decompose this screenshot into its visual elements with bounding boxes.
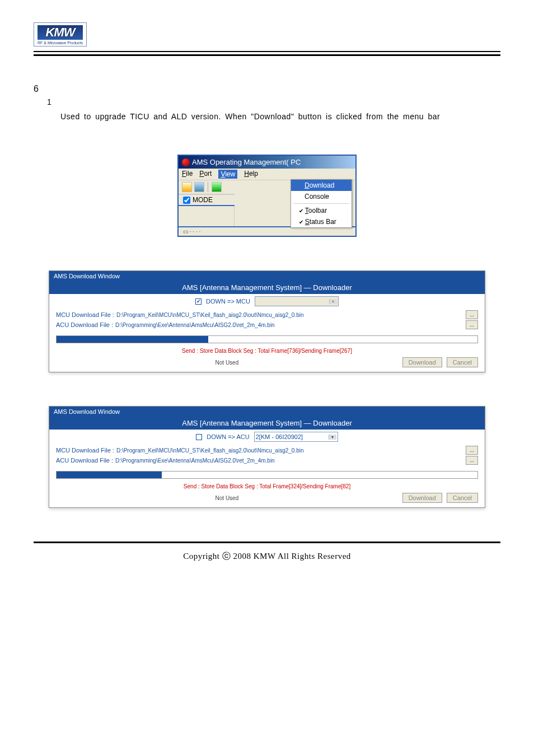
footer-rule: [34, 542, 500, 543]
dropdown-separator: [293, 203, 349, 204]
mode-label-acu: DOWN => ACU: [207, 433, 249, 440]
dlw-titlebar-2: AMS Download Window: [49, 407, 485, 417]
acu-browse-button-2[interactable]: ...: [466, 456, 478, 465]
header-rule-thick: [34, 54, 500, 56]
mcu-browse-button[interactable]: ...: [466, 310, 478, 319]
not-used-label: Not Used: [56, 360, 398, 366]
download-button[interactable]: Download: [402, 357, 442, 367]
menu-view[interactable]: View: [218, 170, 237, 179]
mode-checkbox[interactable]: [183, 197, 190, 204]
document-page: KMW RF & Microwave Products 6 1 Used to …: [0, 0, 534, 601]
mode-checkbox-mcu[interactable]: ✔: [195, 298, 202, 305]
status-text-acu: Send : Store Data Block Seg : Total Fram…: [49, 482, 485, 491]
mcu-browse-button-2[interactable]: ...: [466, 446, 478, 455]
chevron-down-icon: ▾: [329, 435, 336, 440]
mode-label: MODE: [193, 196, 213, 204]
target-select-value: 2[KM - 06I20902]: [256, 433, 303, 440]
dlw-mode-row: ✔ DOWN => MCU ▾: [49, 294, 485, 310]
mode-checkbox-acu[interactable]: [196, 434, 202, 440]
brand-tagline: RF & Microwave Products: [38, 41, 83, 45]
mode-row: MODE: [179, 194, 235, 206]
target-select-disabled: ▾: [255, 296, 339, 306]
dlw-files: MCU Download File : D:\Program_Keil\MCU\…: [49, 310, 485, 332]
download-button-2[interactable]: Download: [402, 493, 442, 503]
mode-label-mcu: DOWN => MCU: [206, 298, 250, 305]
mcu-file-label-2: MCU Download File :: [56, 447, 114, 454]
dlw-mode-row-2: DOWN => ACU 2[KM - 06I20902]▾: [49, 430, 485, 445]
dropdown-statusbar[interactable]: Status Bar: [291, 216, 352, 227]
window-title-bar: AMS Operating Management( PC: [179, 156, 355, 169]
download-window-mcu: AMS Download Window AMS [Antenna Managem…: [49, 270, 485, 372]
menu-help[interactable]: Help: [244, 170, 258, 179]
copyright-footer: Copyright ⓒ 2008 KMW All Rights Reserved: [34, 545, 500, 578]
toolbar-save-icon[interactable]: [194, 182, 204, 192]
acu-browse-button[interactable]: ...: [466, 320, 478, 329]
brand-logo: KMW RF & Microwave Products: [34, 22, 87, 46]
ams-app-window: AMS Operating Management( PC File Port V…: [177, 155, 357, 237]
brand-name: KMW: [38, 25, 83, 40]
progress-bar-mcu: [56, 335, 478, 343]
progress-bar-acu: [56, 471, 478, 479]
view-dropdown: Download Console Toolbar Status Bar: [291, 179, 352, 228]
header-logo-area: KMW RF & Microwave Products: [34, 22, 500, 46]
toolbar-open-icon[interactable]: [182, 182, 192, 192]
dropdown-toolbar[interactable]: Toolbar: [291, 205, 352, 216]
status-text-mcu: Send : Store Data Block Seg : Total Fram…: [49, 347, 485, 355]
dlw-titlebar: AMS Download Window: [49, 271, 485, 281]
menu-bar: File Port View Help: [179, 169, 355, 180]
dlw-files-2: MCU Download File : D:\Program_Keil\MCU\…: [49, 445, 485, 468]
menu-file[interactable]: File: [182, 170, 193, 179]
app-icon: [182, 158, 190, 166]
toolbar: [179, 180, 235, 194]
menu-port[interactable]: Port: [199, 170, 212, 179]
progress-fill-acu: [57, 472, 162, 478]
subsection-number: 1: [47, 97, 500, 106]
not-used-label-2: Not Used: [56, 495, 398, 501]
header-rule-thin: [34, 51, 500, 52]
dropdown-download[interactable]: Download: [291, 180, 352, 191]
acu-file-label: ACU Download File :: [56, 321, 113, 328]
section-description: Used to upgrade TICU and ALD version. Wh…: [60, 112, 500, 121]
dlw-bottom-row: Not Used Download Cancel: [49, 355, 485, 372]
dlw-bottom-row-2: Not Used Download Cancel: [49, 491, 485, 507]
cancel-button-2[interactable]: Cancel: [447, 493, 478, 503]
acu-file-path: D:\Programming\Exe\Antenna\AmsMcu\AISG2.…: [115, 322, 463, 328]
dlw-subtitle: AMS [Antenna Management System] — Downlo…: [49, 281, 485, 294]
progress-fill-mcu: [57, 336, 208, 343]
chevron-down-icon: ▾: [329, 299, 337, 304]
dlw-subtitle-2: AMS [Antenna Management System] — Downlo…: [49, 417, 485, 430]
window-title: AMS Operating Management( PC: [192, 158, 301, 166]
mcu-file-label: MCU Download File :: [56, 311, 114, 318]
download-window-acu: AMS Download Window AMS [Antenna Managem…: [49, 406, 485, 508]
toolbar-separator: [208, 182, 208, 192]
mcu-file-path-2: D:\Program_Keil\MCU\nMCU_ST\Keil_flash_a…: [116, 447, 463, 454]
cancel-button[interactable]: Cancel: [447, 357, 478, 367]
mcu-file-path: D:\Program_Keil\MCU\nMCU_ST\Keil_flash_a…: [116, 312, 463, 318]
toolbar-port-icon[interactable]: [212, 182, 222, 192]
target-select[interactable]: 2[KM - 06I20902]▾: [254, 432, 338, 442]
dropdown-console[interactable]: Console: [291, 191, 352, 202]
section-number: 6: [34, 84, 500, 94]
acu-file-path-2: D:\Programming\Exe\Antenna\AmsMcu\AISG2.…: [115, 458, 463, 464]
acu-file-label-2: ACU Download File :: [56, 457, 113, 464]
